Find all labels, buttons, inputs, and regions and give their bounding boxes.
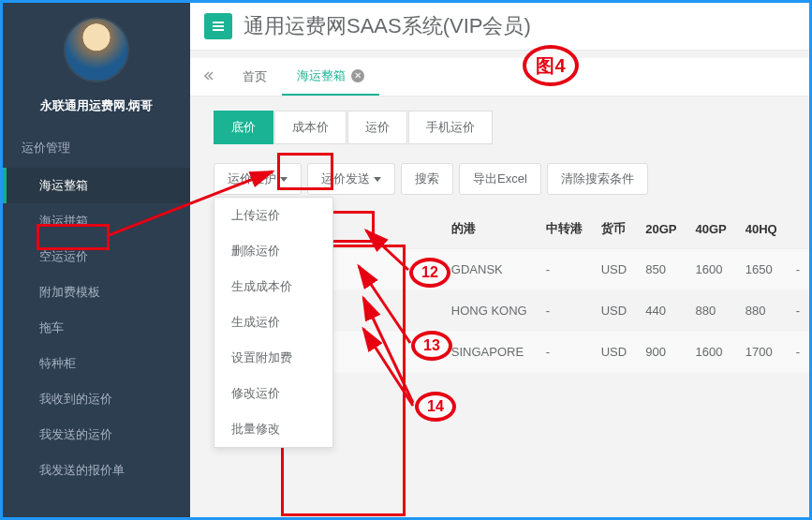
toolbar: 运价维护 运价发送 搜索 导出Excel 清除搜索条件 上传运价 删除运价 生成… <box>214 163 809 195</box>
search-button[interactable]: 搜索 <box>401 163 453 195</box>
dropdown-item-modify[interactable]: 修改运价 <box>214 376 332 411</box>
price-tab-base[interactable]: 底价 <box>214 111 273 144</box>
menu-toggle-button[interactable] <box>204 13 232 39</box>
cell-trans: - <box>537 332 592 373</box>
maintain-dropdown-menu: 上传运价 删除运价 生成成本价 生成运价 设置附加费 修改运价 批量修改 <box>214 197 333 448</box>
cell-port: GDANSK <box>442 249 537 290</box>
nav-item-special[interactable]: 特种柜 <box>3 346 190 381</box>
cell-40gp: 1600 <box>686 249 735 290</box>
cell-40gp: 880 <box>686 290 735 332</box>
double-chevron-left-icon <box>203 70 214 82</box>
page-title: 通用运费网SAAS系统(VIP会员) <box>244 12 531 40</box>
export-button[interactable]: 导出Excel <box>459 163 541 195</box>
avatar-section <box>3 3 190 93</box>
price-tab-group: 底价 成本价 运价 手机运价 <box>214 111 809 144</box>
nav-item-fcl[interactable]: 海运整箱 <box>3 168 190 203</box>
tab-bar: 首页 海运整箱 ✕ <box>190 58 809 97</box>
tab-home-label: 首页 <box>243 68 267 85</box>
nav-item-sent-quote[interactable]: 我发送的报价单 <box>3 453 190 488</box>
th-port[interactable]: 的港 <box>442 209 537 249</box>
username: 永联通用运费网.炳哥 <box>3 93 190 128</box>
clear-button[interactable]: 清除搜索条件 <box>547 163 648 195</box>
nav-item-truck[interactable]: 拖车 <box>3 310 190 346</box>
th-40hq[interactable]: 40HQ <box>736 209 787 249</box>
close-icon[interactable]: ✕ <box>351 69 364 82</box>
dropdown-item-genrate[interactable]: 生成运价 <box>214 305 332 340</box>
cell-curr: USD <box>592 249 636 290</box>
nav-item-received[interactable]: 我收到的运价 <box>3 381 190 417</box>
th-curr[interactable]: 货币 <box>592 209 636 249</box>
cell-20gp: 900 <box>636 332 686 373</box>
price-tab-rate[interactable]: 运价 <box>347 111 407 144</box>
chevron-down-icon <box>280 177 288 182</box>
th-trans[interactable]: 中转港 <box>537 209 592 249</box>
cell-20gp: 440 <box>636 290 686 332</box>
nav-item-lcl[interactable]: 海运拼箱 <box>3 203 190 239</box>
maintain-label: 运价维护 <box>228 171 276 187</box>
dropdown-item-upload[interactable]: 上传运价 <box>214 198 332 233</box>
cell-20gp: 850 <box>636 249 686 290</box>
cell-port: SINGAPORE <box>442 332 537 373</box>
th-20gp[interactable]: 20GP <box>636 209 686 249</box>
dropdown-item-surcharge[interactable]: 设置附加费 <box>214 340 332 376</box>
send-dropdown-button[interactable]: 运价发送 <box>307 163 395 195</box>
price-tab-cost[interactable]: 成本价 <box>274 111 347 144</box>
header: 通用运费网SAAS系统(VIP会员) <box>190 3 809 51</box>
sidebar: 永联通用运费网.炳哥 运价管理 海运整箱 海运拼箱 空运运价 附加费模板 拖车 … <box>3 3 190 517</box>
cell-curr: USD <box>592 290 636 332</box>
tab-prev-button[interactable] <box>190 61 228 94</box>
cell-40gp: 1600 <box>686 332 735 373</box>
cell-40hq: 1650 <box>736 249 787 290</box>
tab-fcl[interactable]: 海运整箱 ✕ <box>282 58 379 96</box>
cell-trans: - <box>537 290 592 332</box>
cell-dash: - <box>787 332 809 373</box>
cell-40hq: 1700 <box>736 332 787 373</box>
nav-item-surcharge-template[interactable]: 附加费模板 <box>3 275 190 310</box>
maintain-dropdown-button[interactable]: 运价维护 <box>214 163 302 195</box>
tab-home[interactable]: 首页 <box>228 59 282 95</box>
cell-trans: - <box>537 249 592 290</box>
cell-curr: USD <box>592 332 636 373</box>
cell-dash: - <box>787 290 809 332</box>
cell-dash: - <box>787 249 809 290</box>
avatar[interactable] <box>64 17 129 82</box>
main-area: 通用运费网SAAS系统(VIP会员) 首页 海运整箱 ✕ 底价 成本价 运价 手… <box>190 3 809 517</box>
price-tab-mobile[interactable]: 手机运价 <box>408 111 493 144</box>
hamburger-icon <box>212 20 225 33</box>
dropdown-item-batch[interactable]: 批量修改 <box>214 411 332 447</box>
nav-item-sent-price[interactable]: 我发送的运价 <box>3 417 190 453</box>
tab-fcl-label: 海运整箱 <box>297 67 346 84</box>
cell-40hq: 880 <box>736 290 787 332</box>
dropdown-item-delete[interactable]: 删除运价 <box>214 233 332 269</box>
content-area: 底价 成本价 运价 手机运价 运价维护 运价发送 搜索 导出Excel 清除搜索… <box>190 97 809 517</box>
chevron-down-icon <box>374 177 381 182</box>
nav-item-air[interactable]: 空运运价 <box>3 239 190 275</box>
dropdown-item-gencost[interactable]: 生成成本价 <box>214 269 332 305</box>
th-40gp[interactable]: 40GP <box>686 209 735 249</box>
nav-section-title[interactable]: 运价管理 <box>3 128 190 168</box>
send-label: 运价发送 <box>321 171 370 187</box>
cell-port: HONG KONG <box>442 290 537 332</box>
